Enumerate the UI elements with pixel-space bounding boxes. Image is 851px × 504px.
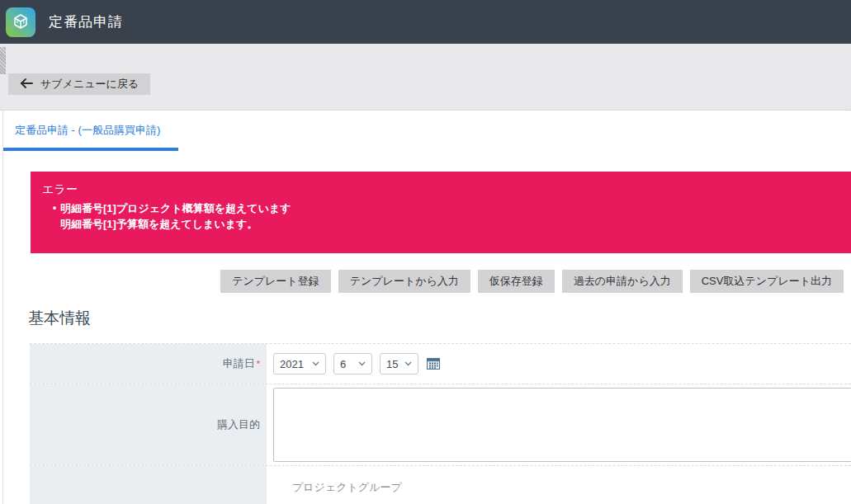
- main-panel: 定番品申請 - (一般品購買申請) エラー • 明細番号[1]プロジェクト概算額…: [2, 111, 851, 504]
- day-value: 15: [386, 358, 398, 370]
- apply-date-year-select[interactable]: 2021: [273, 353, 326, 374]
- purpose-label: 購入目的: [217, 417, 260, 432]
- apply-date-label-cell: 申請日*: [30, 344, 267, 384]
- apply-date-month-select[interactable]: 6: [333, 353, 372, 374]
- purpose-textarea[interactable]: [273, 388, 851, 462]
- tab-label: 定番品申請 - (一般品購買申請): [15, 124, 160, 136]
- sub-navigation-bar: サブメニューに戻る: [0, 44, 851, 111]
- vertical-scrollbar-thumb[interactable]: [0, 47, 6, 74]
- page-title: 定番品申請: [49, 12, 123, 31]
- action-button-row: テンプレート登録 テンプレートから入力 仮保存登録 過去の申請から入力 CSV取…: [3, 270, 851, 293]
- csv-template-export-button[interactable]: CSV取込テンプレート出力: [690, 270, 844, 293]
- form-row-project-group: プロジェクトグループ: [30, 465, 851, 504]
- project-group-label: プロジェクトグループ: [273, 466, 851, 495]
- project-group-label-cell: [30, 466, 267, 504]
- form-row-purpose: 購入目的: [30, 384, 851, 465]
- error-message-list: • 明細番号[1]プロジェクト概算額を超えています 明細番号[1]予算額を超えて…: [42, 200, 838, 232]
- section-title-basic-info: 基本情報: [28, 308, 851, 329]
- error-message-text: 明細番号[1]プロジェクト概算額を超えています: [60, 200, 291, 216]
- calendar-picker-button[interactable]: [426, 356, 441, 371]
- purpose-value-cell: [267, 384, 851, 465]
- error-message-line: • 明細番号[1]プロジェクト概算額を超えています: [42, 200, 838, 216]
- error-message-text: 明細番号[1]予算額を超えてしまいます。: [60, 216, 258, 232]
- apply-date-value-cell: 2021 6 15: [267, 344, 851, 384]
- page: 定番品申請 サブメニューに戻る 定番品申請 - (一般品購買申請) エラー: [0, 0, 851, 504]
- template-register-button[interactable]: テンプレート登録: [220, 270, 331, 293]
- app-logo-icon: [6, 7, 35, 37]
- chevron-down-icon: [312, 361, 319, 366]
- apply-date-label: 申請日: [223, 356, 255, 371]
- tab-bar: 定番品申請 - (一般品購買申請): [3, 111, 851, 151]
- project-group-value-cell: プロジェクトグループ: [267, 466, 851, 504]
- input-from-past-request-button[interactable]: 過去の申請から入力: [562, 270, 683, 293]
- bullet-icon: •: [53, 200, 60, 216]
- month-value: 6: [340, 358, 346, 370]
- chevron-down-icon: [358, 361, 366, 366]
- purpose-label-cell: 購入目的: [30, 384, 267, 465]
- tab-teibanhin-shinsei[interactable]: 定番品申請 - (一般品購買申請): [3, 111, 160, 138]
- error-message-line: 明細番号[1]予算額を超えてしまいます。: [42, 216, 838, 232]
- back-to-submenu-button[interactable]: サブメニューに戻る: [8, 73, 150, 95]
- arrow-left-icon: [20, 78, 33, 91]
- active-tab-indicator: [3, 148, 178, 151]
- input-from-template-button[interactable]: テンプレートから入力: [338, 270, 470, 293]
- temporary-save-button[interactable]: 仮保存登録: [478, 270, 555, 293]
- basic-info-form: 申請日* 2021 6: [30, 343, 851, 504]
- apply-date-day-select[interactable]: 15: [380, 353, 418, 374]
- form-row-apply-date: 申請日* 2021 6: [30, 343, 851, 384]
- error-title: エラー: [42, 181, 838, 197]
- error-banner: エラー • 明細番号[1]プロジェクト概算額を超えています 明細番号[1]予算額…: [31, 172, 851, 253]
- required-mark: *: [257, 359, 260, 369]
- app-header: 定番品申請: [0, 0, 851, 44]
- back-button-label: サブメニューに戻る: [40, 77, 139, 92]
- year-value: 2021: [280, 358, 304, 370]
- calendar-icon: [426, 356, 441, 371]
- chevron-down-icon: [404, 361, 412, 366]
